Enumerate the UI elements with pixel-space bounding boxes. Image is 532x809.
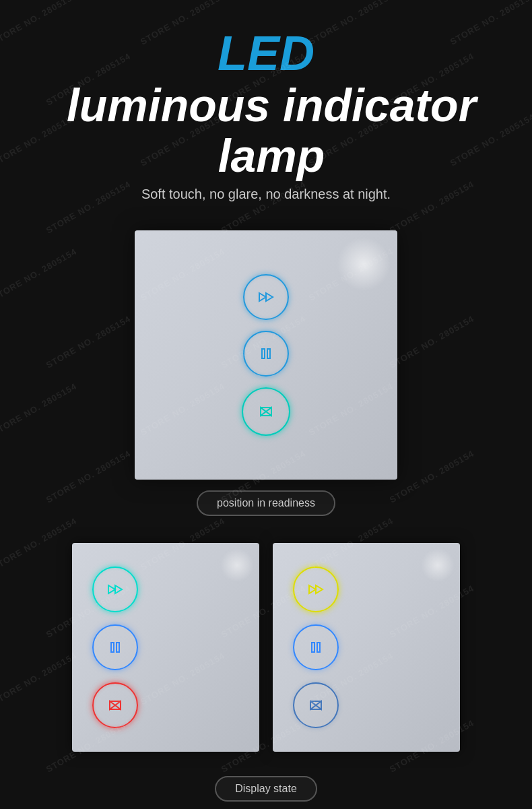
svg-rect-2 — [111, 643, 114, 652]
right-skip-button[interactable] — [293, 567, 339, 612]
left-skip-button[interactable] — [92, 567, 138, 612]
main-skip-button[interactable] — [243, 274, 289, 320]
right-pause-button[interactable] — [293, 624, 339, 670]
bottom-badge: Display state — [215, 776, 317, 802]
svg-rect-4 — [312, 643, 314, 652]
svg-rect-0 — [262, 349, 265, 358]
svg-rect-3 — [117, 643, 119, 652]
title-rest: luminous indicator lamp — [24, 80, 519, 181]
right-panel — [273, 543, 460, 752]
main-bowtie-button[interactable] — [242, 387, 290, 436]
left-panel — [72, 543, 259, 752]
main-pause-button[interactable] — [243, 331, 289, 377]
svg-rect-1 — [267, 349, 270, 358]
subtitle: Soft touch, no glare, no darkness at nig… — [13, 187, 519, 202]
svg-rect-5 — [317, 643, 320, 652]
main-badge: position in readiness — [197, 490, 335, 516]
led-label: LED — [218, 27, 314, 80]
right-bowtie-button[interactable] — [293, 682, 339, 728]
left-bowtie-button[interactable] — [92, 682, 138, 728]
title-section: LED luminous indicator lamp Soft touch, … — [13, 27, 519, 222]
main-panel — [135, 230, 397, 480]
left-pause-button[interactable] — [92, 624, 138, 670]
bottom-row — [13, 543, 519, 752]
